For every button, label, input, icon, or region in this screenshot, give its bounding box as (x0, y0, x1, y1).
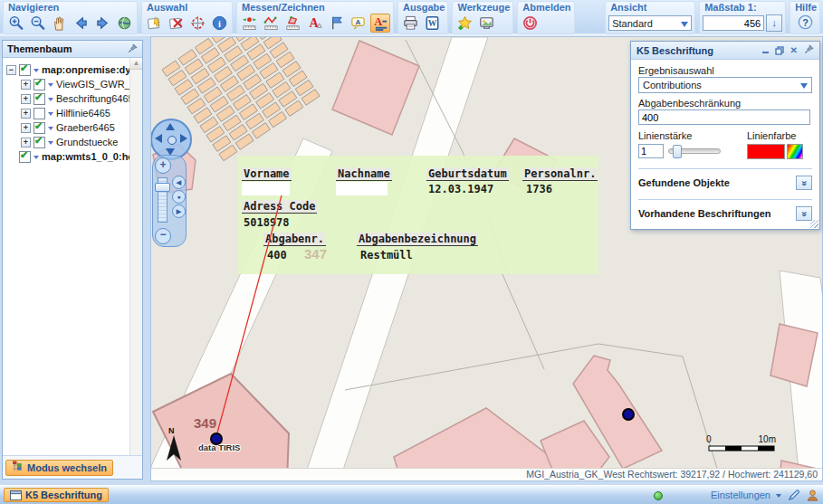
restore-button[interactable] (775, 46, 784, 55)
tree-item-grundstuecke[interactable]: +✔Grundstuecke (3, 135, 142, 149)
pan-center-icon[interactable] (167, 136, 177, 145)
check-icon: ✔ (34, 120, 43, 132)
toolbar-group-massstab: Maßstab 1: ↓ (699, 1, 786, 34)
prev-extent-button[interactable]: ◀ (172, 176, 186, 189)
tool-zoom-in[interactable] (6, 14, 25, 33)
user-icon[interactable] (806, 489, 819, 502)
tool-feature-info[interactable]: i (210, 14, 229, 33)
expand-icon[interactable]: + (21, 94, 31, 104)
resize-grip[interactable] (810, 220, 818, 228)
massstab-apply-button[interactable]: ↓ (766, 14, 782, 32)
pin-button[interactable] (804, 44, 814, 56)
slider-handle[interactable] (673, 145, 682, 158)
color-picker-swatch[interactable] (787, 144, 803, 159)
expand-icon[interactable]: + (21, 109, 31, 119)
expand-icon[interactable]: + (21, 80, 31, 90)
tool-measure-point[interactable] (240, 14, 259, 33)
tree-item-graeber6465[interactable]: +✔Graeber6465 (3, 120, 142, 135)
col-geburtsdatum: Geburtsdatum (426, 167, 509, 181)
tool-add-favorite[interactable] (455, 14, 474, 33)
tool-back[interactable] (72, 14, 91, 33)
ergebnisauswahl-select[interactable]: Contributions (638, 77, 812, 93)
close-button[interactable]: ✕ (790, 46, 798, 55)
expand-gefundene-button[interactable]: » (796, 176, 812, 190)
tree-item-hilflinie6465[interactable]: +Hilflinie6465 (3, 106, 142, 120)
tool-draw-flag[interactable] (327, 14, 346, 33)
help-button[interactable]: ? (796, 14, 815, 33)
tree-item-map-wmts1-0-0-hos[interactable]: ✔map:wmts1_0_0:hos (3, 149, 142, 164)
modus-wechseln-button[interactable]: Modus wechseln (5, 460, 113, 476)
massstab-input[interactable] (703, 15, 764, 31)
layer-checkbox[interactable]: ✔ (33, 122, 45, 134)
full-extent-button[interactable]: ● (172, 190, 186, 204)
adress-code-value: 5018978 (244, 216, 290, 229)
zoom-in-button[interactable]: + (155, 157, 171, 174)
pin-icon[interactable] (128, 43, 138, 55)
tool-clear-selection[interactable] (167, 14, 186, 33)
tool-draw-text[interactable]: A (305, 14, 324, 33)
tree-item-map-onpremise-dyna[interactable]: −✔map:onpremise:dyna (3, 62, 142, 77)
layer-label: Beschriftung6465 (56, 93, 134, 104)
layer-checkbox[interactable] (33, 108, 45, 119)
tree-item-beschriftung6465[interactable]: +✔Beschriftung6465 (3, 91, 142, 106)
scroll-up-icon[interactable]: ▲ (130, 58, 142, 70)
linienstaerke-input[interactable] (638, 144, 664, 158)
map-attribution: data TIRIS (198, 442, 240, 452)
svg-text:?: ? (802, 17, 809, 28)
check-icon: ✔ (34, 77, 43, 89)
abgabenbeschraenkung-input[interactable] (638, 109, 810, 125)
tool-print[interactable] (401, 14, 420, 33)
tool-logout[interactable] (521, 14, 540, 33)
pencil-icon[interactable] (787, 489, 800, 502)
chevron-down-icon[interactable] (776, 494, 781, 500)
map-marker-dot[interactable] (623, 409, 634, 420)
zoom-slider[interactable] (158, 177, 167, 223)
pan-east-icon[interactable] (180, 134, 187, 143)
tool-buffer-select[interactable] (188, 14, 207, 33)
zoom-slider-handle[interactable] (155, 183, 170, 192)
toolbar-group-hilfe: Hilfe ? (790, 1, 820, 34)
line-color-swatch[interactable] (747, 144, 785, 159)
check-icon: ✔ (20, 62, 28, 74)
forward-icon (94, 14, 111, 32)
toolbar-group-abmelden: Abmelden (517, 1, 574, 34)
tool-text-annotation[interactable]: A (370, 14, 390, 33)
personalnr-value: 1736 (526, 183, 552, 195)
layer-checkbox[interactable]: ✔ (19, 151, 31, 163)
tool-zoom-out[interactable] (28, 14, 47, 33)
tool-pan[interactable] (50, 14, 69, 33)
tool-measure-area[interactable] (283, 14, 302, 33)
col-personalnr: Personalnr. (522, 167, 598, 181)
tree-scrollbar[interactable]: ▲ (129, 58, 142, 455)
tool-overview[interactable] (115, 14, 134, 33)
next-extent-button[interactable]: ▶ (172, 204, 186, 218)
zoom-out-button[interactable]: − (155, 228, 171, 244)
einstellungen-link[interactable]: Einstellungen (711, 490, 770, 500)
ansicht-select[interactable]: Standard (608, 15, 692, 31)
toolbar-group-auswahl: Auswahli (141, 1, 233, 34)
expand-icon[interactable]: + (21, 138, 31, 147)
panel-titlebar[interactable]: K5 Beschriftung ✕ (631, 42, 819, 60)
layer-checkbox[interactable]: ✔ (33, 93, 45, 105)
tool-export-image[interactable] (477, 14, 496, 33)
tool-draw-label[interactable]: A (349, 14, 368, 33)
expand-vorhandene-button[interactable]: » (796, 206, 812, 221)
layer-checkbox[interactable]: ✔ (19, 64, 31, 76)
expand-icon[interactable]: + (21, 123, 31, 133)
scale-zero-label: 0 (706, 434, 712, 444)
tree-item-viewgis-gwr-adr[interactable]: +✔ViewGIS_GWR_Adr (3, 77, 142, 91)
k5-window-taskbar-button[interactable]: K5 Beschriftung (4, 488, 109, 502)
layer-checkbox[interactable]: ✔ (33, 137, 45, 148)
pan-north-icon[interactable] (166, 123, 175, 130)
toolbar-group-ausgabe: AusgabeW (397, 1, 448, 34)
toolbar-group-label: Ausgabe (401, 2, 445, 14)
pan-west-icon[interactable] (155, 134, 162, 143)
tool-measure-line[interactable] (262, 14, 281, 33)
tool-export-word[interactable]: W (423, 14, 442, 33)
collapse-icon[interactable]: − (6, 65, 16, 75)
tool-forward[interactable] (93, 14, 112, 33)
minimize-button[interactable] (762, 47, 769, 53)
linienstaerke-slider[interactable] (668, 148, 721, 154)
tool-select-features[interactable] (145, 14, 164, 33)
layer-checkbox[interactable]: ✔ (33, 79, 45, 90)
